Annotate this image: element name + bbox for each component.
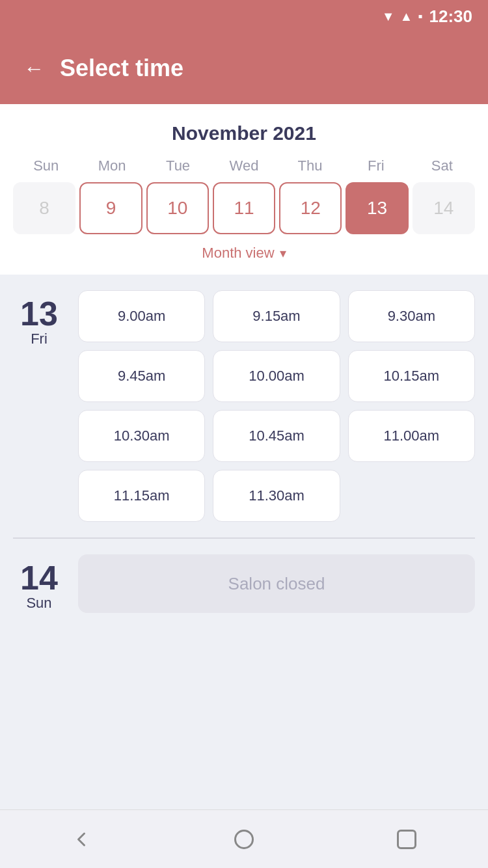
slot-915am[interactable]: 9.15am — [213, 290, 340, 342]
slot-1030am[interactable]: 10.30am — [78, 410, 205, 462]
day-cell-13[interactable]: 13 — [346, 182, 408, 234]
slot-1100am[interactable]: 11.00am — [348, 410, 475, 462]
slot-1130am[interactable]: 11.30am — [213, 470, 340, 522]
back-arrow-icon: ← — [23, 57, 44, 80]
day-header-mon: Mon — [79, 157, 144, 174]
day-14-label: 14 Sun — [13, 554, 65, 613]
slot-1015am[interactable]: 10.15am — [348, 350, 475, 402]
svg-point-0 — [236, 830, 253, 848]
day-header-sat: Sat — [409, 157, 475, 174]
day-14-name: Sun — [26, 595, 51, 612]
status-bar: ▼ ▲ ▪ 12:30 — [0, 0, 488, 33]
slot-1115am[interactable]: 11.15am — [78, 470, 205, 522]
day-13-name: Fri — [31, 331, 47, 347]
day-14-section: 14 Sun Salon closed — [13, 554, 475, 613]
home-nav-button[interactable] — [232, 828, 256, 851]
day-13-number: 13 — [20, 297, 58, 331]
slot-1000am[interactable]: 10.00am — [213, 350, 340, 402]
slot-930am[interactable]: 9.30am — [348, 290, 475, 342]
battery-icon: ▪ — [418, 9, 422, 24]
salon-closed-box: Salon closed — [78, 554, 475, 613]
calendar-section: November 2021 Sun Mon Tue Wed Thu Fri Sa… — [0, 104, 488, 275]
month-view-toggle[interactable]: Month view ▾ — [13, 245, 475, 262]
day-cell-10[interactable]: 10 — [146, 182, 209, 234]
section-divider — [13, 537, 475, 539]
timeslots-section: 13 Fri 9.00am 9.15am 9.30am 9.45am 10.00… — [0, 275, 488, 809]
day-headers: Sun Mon Tue Wed Thu Fri Sat — [13, 157, 475, 174]
day-13-slots-grid: 9.00am 9.15am 9.30am 9.45am 10.00am 10.1… — [78, 290, 475, 522]
back-nav-button[interactable] — [70, 828, 93, 851]
day-header-thu: Thu — [277, 157, 343, 174]
home-nav-icon — [232, 828, 256, 851]
wifi-icon: ▼ — [382, 9, 395, 24]
week-row: 8 9 10 11 12 13 14 — [13, 182, 475, 234]
signal-icon: ▲ — [400, 9, 413, 24]
day-header-wed: Wed — [211, 157, 277, 174]
day-13-label: 13 Fri — [13, 290, 65, 522]
slot-945am[interactable]: 9.45am — [78, 350, 205, 402]
day-14-number: 14 — [20, 561, 58, 595]
recents-nav-icon — [395, 828, 418, 851]
recents-nav-button[interactable] — [395, 828, 418, 851]
day-cell-14[interactable]: 14 — [413, 182, 475, 234]
day-13-section: 13 Fri 9.00am 9.15am 9.30am 9.45am 10.00… — [13, 290, 475, 522]
day-header-fri: Fri — [343, 157, 409, 174]
slot-900am[interactable]: 9.00am — [78, 290, 205, 342]
month-year-label: November 2021 — [13, 122, 475, 144]
status-icons: ▼ ▲ ▪ — [382, 9, 423, 24]
chevron-down-icon: ▾ — [280, 245, 286, 261]
back-button[interactable]: ← — [23, 57, 44, 81]
slot-1045am[interactable]: 10.45am — [213, 410, 340, 462]
bottom-nav — [0, 809, 488, 868]
day-header-tue: Tue — [145, 157, 211, 174]
month-view-label: Month view — [202, 245, 274, 262]
header: ← Select time — [0, 33, 488, 104]
salon-closed-label: Salon closed — [228, 574, 325, 594]
day-cell-12[interactable]: 12 — [279, 182, 342, 234]
day-cell-9[interactable]: 9 — [79, 182, 142, 234]
day-cell-8[interactable]: 8 — [13, 182, 75, 234]
day-header-sun: Sun — [13, 157, 79, 174]
status-time: 12:30 — [429, 7, 473, 27]
day-cell-11[interactable]: 11 — [213, 182, 275, 234]
page-title: Select time — [60, 55, 183, 82]
back-nav-icon — [70, 828, 93, 851]
svg-rect-1 — [398, 830, 416, 848]
